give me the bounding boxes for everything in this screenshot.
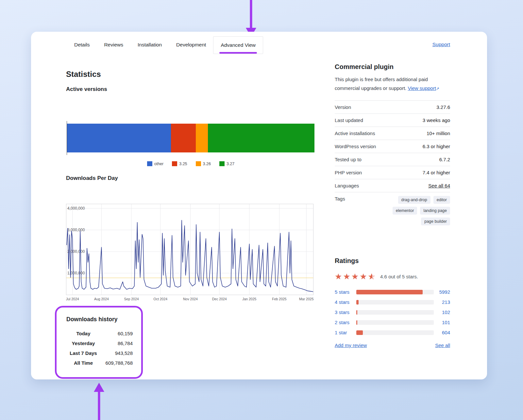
legend-swatch-3-26 bbox=[196, 161, 201, 166]
history-value: 60,159 bbox=[100, 331, 133, 336]
info-row-last-updated: Last updated 3 weeks ago bbox=[335, 114, 450, 127]
tab-details[interactable]: Details bbox=[67, 36, 97, 54]
svg-text:Sep 2024: Sep 2024 bbox=[124, 297, 139, 301]
tab-advanced-view[interactable]: Advanced View bbox=[213, 36, 263, 54]
info-value: 3.27.6 bbox=[436, 104, 450, 110]
star-icon: ★ bbox=[335, 272, 343, 281]
downloads-history-title: Downloads history bbox=[66, 316, 133, 323]
info-row-languages: Languages See all 64 bbox=[335, 179, 450, 192]
legend-item-3-27: 3.27 bbox=[219, 161, 234, 166]
legend-item-other: other bbox=[147, 161, 164, 166]
info-label: Languages bbox=[335, 183, 359, 188]
statistics-title: Statistics bbox=[66, 70, 101, 79]
rating-bar-fill bbox=[356, 330, 363, 335]
svg-text:3,000,000: 3,000,000 bbox=[67, 228, 85, 232]
info-row-wordpress-version: WordPress version 6.3 or higher bbox=[335, 140, 450, 153]
tab-reviews[interactable]: Reviews bbox=[97, 36, 130, 54]
bar-segment-other bbox=[67, 124, 171, 152]
tag-pill-elementor[interactable]: elementor bbox=[393, 207, 417, 215]
rating-link-1-star[interactable]: 1 star bbox=[335, 330, 354, 335]
info-row-php-version: PHP version 7.4 or higher bbox=[335, 166, 450, 179]
tab-installation[interactable]: Installation bbox=[130, 36, 169, 54]
legend-label: 3.27 bbox=[227, 162, 234, 166]
downloads-chart-svg: Jul 2024Aug 2024Sep 2024Oct 2024Nov 2024… bbox=[66, 202, 314, 304]
plugin-meta-sidebar: Commercial plugin This plugin is free bu… bbox=[335, 32, 450, 348]
info-label: Last updated bbox=[335, 117, 363, 123]
bar-segment-3-25 bbox=[171, 124, 196, 152]
history-value: 609,788,768 bbox=[100, 360, 133, 366]
svg-text:Aug 2024: Aug 2024 bbox=[94, 297, 109, 301]
legend-label: 3.26 bbox=[203, 162, 211, 166]
info-label: Version bbox=[335, 104, 351, 110]
legend-swatch-other bbox=[147, 161, 152, 166]
rating-count: 604 bbox=[437, 330, 450, 335]
info-value: 10+ million bbox=[427, 131, 450, 136]
legend-swatch-3-25 bbox=[172, 161, 177, 166]
svg-text:Oct 2024: Oct 2024 bbox=[153, 297, 167, 301]
add-my-review-link[interactable]: Add my review bbox=[335, 342, 367, 348]
history-label: Today bbox=[66, 331, 100, 336]
history-row-all-time: All Time 609,788,768 bbox=[66, 360, 133, 366]
info-label: WordPress version bbox=[335, 144, 376, 149]
ratings-summary-text: 4.6 out of 5 stars. bbox=[380, 274, 418, 279]
history-row-yesterday: Yesterday 86,784 bbox=[66, 341, 133, 346]
info-row-active-installations: Active installations 10+ million bbox=[335, 127, 450, 140]
bar-segment-3-27 bbox=[208, 124, 314, 152]
svg-text:4,000,000: 4,000,000 bbox=[67, 206, 85, 211]
history-value: 86,784 bbox=[100, 341, 133, 346]
legend-item-3-25: 3.25 bbox=[172, 161, 187, 166]
history-row-today: Today 60,159 bbox=[66, 331, 133, 336]
tags-list: drag-and-drop editor elementor landing p… bbox=[387, 196, 450, 225]
rating-breakdown: 5 stars 5992 4 stars 213 3 stars 102 2 s… bbox=[335, 289, 450, 335]
ratings-summary-row: ★★★★☆★ 4.6 out of 5 stars. bbox=[335, 272, 450, 281]
active-versions-title: Active versions bbox=[66, 86, 107, 93]
rating-count: 5992 bbox=[437, 289, 450, 295]
svg-text:Mar 2025: Mar 2025 bbox=[299, 297, 314, 301]
languages-see-all-link[interactable]: See all 64 bbox=[428, 183, 450, 188]
info-row-version: Version 3.27.6 bbox=[335, 100, 450, 114]
info-value: 7.4 or higher bbox=[423, 170, 450, 175]
legend-swatch-3-27 bbox=[219, 161, 225, 166]
plugin-info-table: Version 3.27.6 Last updated 3 weeks ago … bbox=[335, 100, 450, 229]
pointer-arrow-up bbox=[92, 382, 106, 420]
info-label: Tested up to bbox=[335, 157, 362, 162]
rating-bar-track bbox=[356, 330, 434, 335]
rating-link-5-stars[interactable]: 5 stars bbox=[335, 289, 354, 295]
info-value: 3 weeks ago bbox=[423, 117, 450, 123]
commercial-plugin-title: Commercial plugin bbox=[335, 63, 450, 71]
tag-pill-drag-and-drop[interactable]: drag-and-drop bbox=[398, 196, 430, 204]
star-half-icon: ☆★ bbox=[368, 272, 376, 281]
bar-segment-3-26 bbox=[196, 124, 208, 152]
rating-row-2-stars: 2 stars 101 bbox=[335, 320, 450, 325]
rating-link-3-stars[interactable]: 3 stars bbox=[335, 309, 354, 315]
tag-pill-landing-page[interactable]: landing page bbox=[420, 207, 450, 215]
rating-bar-fill bbox=[356, 320, 357, 325]
see-all-reviews-link[interactable]: See all bbox=[435, 342, 450, 348]
tag-pill-page-builder[interactable]: page builder bbox=[421, 218, 450, 225]
ratings-footer: Add my review See all bbox=[335, 342, 450, 348]
rating-row-4-stars: 4 stars 213 bbox=[335, 299, 450, 305]
rating-bar-track bbox=[356, 300, 434, 305]
svg-text:Nov 2024: Nov 2024 bbox=[183, 297, 198, 301]
commercial-description: This plugin is free but offers additiona… bbox=[335, 75, 450, 93]
history-row-last-7-days: Last 7 Days 943,528 bbox=[66, 350, 133, 356]
history-label: Last 7 Days bbox=[66, 350, 100, 356]
rating-link-2-stars[interactable]: 2 stars bbox=[335, 320, 354, 325]
info-row-tags: Tags drag-and-drop editor elementor land… bbox=[335, 192, 450, 229]
active-versions-bar bbox=[67, 124, 314, 152]
view-support-link[interactable]: View support bbox=[408, 85, 436, 91]
tab-development[interactable]: Development bbox=[169, 36, 213, 54]
rating-bar-fill bbox=[356, 310, 357, 315]
rating-row-3-stars: 3 stars 102 bbox=[335, 309, 450, 315]
rating-link-4-stars[interactable]: 4 stars bbox=[335, 299, 354, 305]
star-icon: ★ bbox=[351, 272, 360, 281]
rating-bar-fill bbox=[356, 300, 359, 305]
rating-count: 101 bbox=[437, 320, 450, 325]
svg-text:Jan 2025: Jan 2025 bbox=[242, 297, 256, 301]
svg-text:Dec 2024: Dec 2024 bbox=[212, 297, 227, 301]
info-label: PHP version bbox=[335, 170, 362, 175]
legend-item-3-26: 3.26 bbox=[196, 161, 211, 166]
history-value: 943,528 bbox=[100, 350, 133, 356]
tag-pill-editor[interactable]: editor bbox=[433, 196, 450, 204]
downloads-line-chart: Jul 2024Aug 2024Sep 2024Oct 2024Nov 2024… bbox=[66, 202, 314, 304]
